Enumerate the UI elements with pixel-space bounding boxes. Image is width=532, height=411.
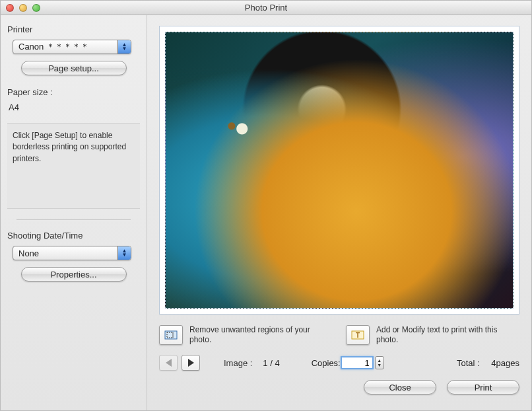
prev-image-button[interactable]	[159, 355, 178, 371]
copies-input[interactable]	[341, 356, 374, 369]
text-tool-text: Add or Modify text to print with this ph…	[376, 325, 519, 346]
datetime-label: Shooting Date/Time	[7, 231, 140, 241]
sidebar: Printer Canon ＊＊＊＊＊ ▲▼ Page setup... Pap…	[1, 15, 147, 410]
datetime-select-value: None	[18, 248, 39, 258]
close-button-label: Close	[389, 383, 411, 392]
photo-print-window: Photo Print Printer Canon ＊＊＊＊＊ ▲▼ Page …	[0, 0, 532, 411]
copies-group: Copies: ▲ ▼	[312, 356, 384, 369]
footer-buttons: Close Print	[159, 380, 519, 404]
next-image-button[interactable]	[182, 355, 200, 371]
total-label: Total :	[457, 358, 480, 368]
text-tool-button[interactable]: T	[346, 325, 370, 345]
titlebar: Photo Print	[1, 1, 531, 15]
image-label: Image :	[224, 358, 252, 368]
tool-row: Remove unwanted regions of your photo. T…	[159, 315, 519, 352]
copies-label: Copies:	[312, 358, 341, 368]
svg-text:T: T	[356, 332, 360, 339]
properties-button[interactable]: Properties...	[21, 267, 127, 281]
crop-tool-text: Remove unwanted regions of your photo.	[189, 325, 333, 346]
printer-select-value: Canon ＊＊＊＊＊	[18, 41, 89, 53]
hint-box: Click [Page Setup] to enable borderless …	[7, 123, 140, 209]
window-title: Photo Print	[1, 3, 531, 13]
minimize-window-button[interactable]	[19, 4, 27, 12]
close-window-button[interactable]	[6, 4, 14, 12]
arrow-right-icon	[188, 359, 194, 367]
stepper-down-icon: ▼	[377, 363, 382, 367]
photo-preview-image	[165, 32, 514, 309]
window-controls	[6, 4, 40, 12]
main-area: Remove unwanted regions of your photo. T…	[147, 15, 531, 410]
paper-size-label: Paper size :	[7, 87, 140, 97]
close-button[interactable]: Close	[364, 380, 436, 394]
printer-label: Printer	[7, 24, 140, 34]
print-button[interactable]: Print	[447, 380, 519, 394]
stepper-up-icon: ▲	[377, 358, 382, 363]
paper-size-value: A4	[9, 102, 140, 112]
total-group: Total : 4pages	[457, 358, 519, 368]
total-value: 4pages	[491, 358, 519, 368]
crop-icon	[164, 329, 178, 341]
zoom-window-button[interactable]	[32, 4, 40, 12]
image-counter: 1 / 4	[263, 358, 279, 368]
sidebar-divider	[17, 219, 131, 220]
printer-select[interactable]: Canon ＊＊＊＊＊ ▲▼	[13, 40, 131, 54]
window-body: Printer Canon ＊＊＊＊＊ ▲▼ Page setup... Pap…	[1, 15, 531, 410]
arrow-left-icon	[166, 359, 172, 367]
print-button-label: Print	[475, 383, 492, 392]
page-setup-button[interactable]: Page setup...	[21, 61, 127, 75]
text-tool: T Add or Modify text to print with this …	[346, 325, 519, 346]
text-icon: T	[350, 329, 365, 341]
nav-row: Image : 1 / 4 Copies: ▲ ▼ Total : 4pages	[159, 352, 519, 380]
crop-tool-button[interactable]	[159, 325, 183, 345]
dropdown-arrows-icon: ▲▼	[117, 246, 131, 260]
properties-button-label: Properties...	[50, 270, 96, 280]
copies-stepper[interactable]: ▲ ▼	[375, 356, 384, 369]
dropdown-arrows-icon: ▲▼	[117, 40, 131, 54]
photo-preview-frame	[159, 26, 519, 315]
datetime-select[interactable]: None ▲▼	[13, 246, 131, 260]
page-setup-button-label: Page setup...	[48, 63, 99, 73]
crop-tool: Remove unwanted regions of your photo.	[159, 325, 333, 346]
